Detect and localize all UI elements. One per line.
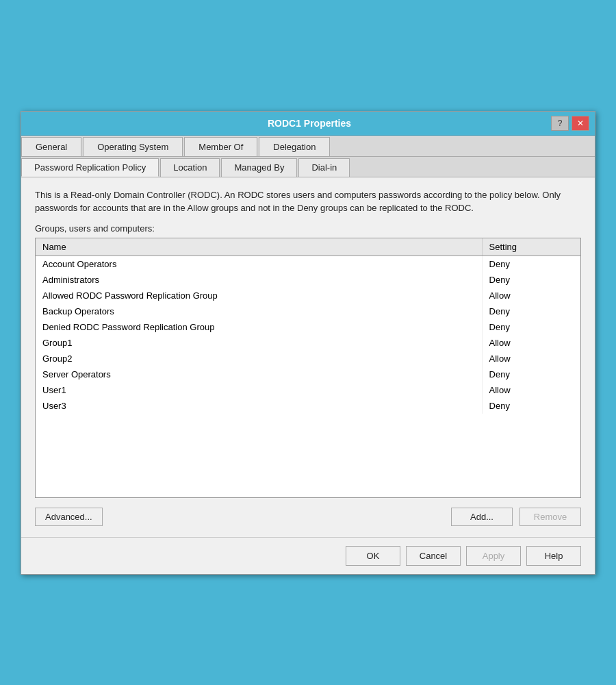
cancel-button[interactable]: Cancel bbox=[406, 546, 461, 566]
cell-name: User1 bbox=[36, 382, 482, 398]
cell-setting: Deny bbox=[482, 303, 580, 319]
tab-password-replication[interactable]: Password Replication Policy bbox=[21, 158, 159, 177]
table-row[interactable]: Server OperatorsDeny bbox=[36, 366, 580, 382]
table-row[interactable]: User3Deny bbox=[36, 398, 580, 414]
cell-name: Group2 bbox=[36, 351, 482, 366]
apply-button[interactable]: Apply bbox=[466, 546, 521, 566]
col-setting: Setting bbox=[482, 238, 580, 256]
tab-delegation[interactable]: Delegation bbox=[259, 137, 330, 156]
table-row[interactable]: Account OperatorsDeny bbox=[36, 256, 580, 272]
tab-managed-by[interactable]: Managed By bbox=[221, 158, 297, 177]
cell-setting: Deny bbox=[482, 272, 580, 288]
cell-setting: Allow bbox=[482, 335, 580, 351]
remove-button[interactable]: Remove bbox=[519, 508, 581, 526]
tab-bar-bottom: Password Replication Policy Location Man… bbox=[21, 157, 595, 177]
ok-button[interactable]: OK bbox=[346, 546, 400, 566]
cell-setting: Deny bbox=[482, 366, 580, 382]
tab-operating-system[interactable]: Operating System bbox=[83, 137, 183, 156]
cell-setting: Deny bbox=[482, 256, 580, 272]
table-row[interactable]: Allowed RODC Password Replication GroupA… bbox=[36, 288, 580, 303]
tab-bar-top: General Operating System Member Of Deleg… bbox=[21, 136, 595, 157]
cell-setting: Allow bbox=[482, 351, 580, 366]
cell-name: Group1 bbox=[36, 335, 482, 351]
tab-location[interactable]: Location bbox=[160, 158, 220, 177]
title-bar-controls: ? ✕ bbox=[551, 116, 589, 131]
groups-table: Name Setting Account OperatorsDenyAdmini… bbox=[36, 238, 580, 414]
cell-setting: Allow bbox=[482, 288, 580, 303]
groups-table-container: Name Setting Account OperatorsDenyAdmini… bbox=[35, 238, 581, 498]
title-bar: RODC1 Properties ? ✕ bbox=[21, 112, 595, 136]
bottom-bar: OK Cancel Apply Help bbox=[21, 537, 595, 574]
cell-name: Administrators bbox=[36, 272, 482, 288]
help-button[interactable]: ? bbox=[551, 116, 569, 131]
table-row[interactable]: Denied RODC Password Replication GroupDe… bbox=[36, 319, 580, 335]
tab-member-of[interactable]: Member Of bbox=[184, 137, 257, 156]
close-button[interactable]: ✕ bbox=[572, 116, 589, 131]
dialog-window: RODC1 Properties ? ✕ General Operating S… bbox=[21, 111, 595, 575]
help-bottom-button[interactable]: Help bbox=[526, 546, 581, 566]
cell-name: Account Operators bbox=[36, 256, 482, 272]
table-row[interactable]: Group2Allow bbox=[36, 351, 580, 366]
cell-setting: Allow bbox=[482, 382, 580, 398]
add-button[interactable]: Add... bbox=[451, 508, 513, 526]
table-row[interactable]: Group1Allow bbox=[36, 335, 580, 351]
dialog-title: RODC1 Properties bbox=[68, 118, 551, 129]
col-name: Name bbox=[36, 238, 482, 256]
cell-setting: Deny bbox=[482, 319, 580, 335]
description-text: This is a Read-only Domain Controller (R… bbox=[35, 188, 581, 215]
cell-name: Denied RODC Password Replication Group bbox=[36, 319, 482, 335]
cell-name: Server Operators bbox=[36, 366, 482, 382]
content-area: This is a Read-only Domain Controller (R… bbox=[21, 177, 595, 537]
cell-name: Backup Operators bbox=[36, 303, 482, 319]
action-buttons: Advanced... Add... Remove bbox=[35, 508, 581, 526]
table-row[interactable]: Backup OperatorsDeny bbox=[36, 303, 580, 319]
cell-name: Allowed RODC Password Replication Group bbox=[36, 288, 482, 303]
cell-setting: Deny bbox=[482, 398, 580, 414]
table-row[interactable]: User1Allow bbox=[36, 382, 580, 398]
table-row[interactable]: AdministratorsDeny bbox=[36, 272, 580, 288]
groups-label: Groups, users and computers: bbox=[35, 223, 581, 234]
tab-dial-in[interactable]: Dial-in bbox=[298, 158, 350, 177]
advanced-button[interactable]: Advanced... bbox=[35, 508, 103, 526]
cell-name: User3 bbox=[36, 398, 482, 414]
tab-general[interactable]: General bbox=[21, 137, 81, 156]
